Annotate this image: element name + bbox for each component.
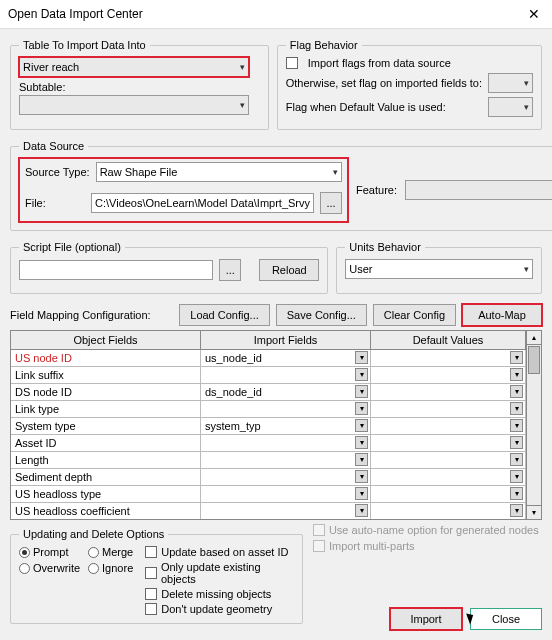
col-import-header[interactable]: Import Fields [201,331,371,349]
default-value-cell[interactable]: ▾ [371,452,526,468]
script-browse-button[interactable]: ... [219,259,241,281]
reload-button[interactable]: Reload [259,259,319,281]
table-select-value: River reach [23,61,79,73]
source-type-select[interactable]: Raw Shape File ▾ [96,162,342,182]
flag-default-label: Flag when Default Value is used: [286,101,482,113]
chevron-down-icon[interactable]: ▾ [510,487,523,500]
default-value-cell[interactable]: ▾ [371,384,526,400]
scroll-down-icon[interactable]: ▾ [527,505,541,519]
chevron-down-icon[interactable]: ▾ [355,419,368,432]
table-row[interactable]: Asset ID▾▾ [11,435,526,452]
import-field-cell[interactable]: ▾ [201,401,371,417]
close-icon[interactable]: ✕ [524,6,544,22]
import-field-cell[interactable]: ds_node_id▾ [201,384,371,400]
import-field-cell[interactable]: ▾ [201,367,371,383]
scroll-up-icon[interactable]: ▴ [527,331,541,345]
group-source: Data Source Source Type: Raw Shape File … [10,140,552,231]
table-row[interactable]: US headloss type▾▾ [11,486,526,503]
chevron-down-icon: ▾ [240,100,245,110]
clear-config-button[interactable]: Clear Config [373,304,456,326]
config-label: Field Mapping Configuration: [10,309,151,321]
chevron-down-icon[interactable]: ▾ [510,402,523,415]
object-field-cell: System type [11,418,201,434]
chevron-down-icon[interactable]: ▾ [355,504,368,517]
import-button[interactable]: Import [390,608,462,630]
chevron-down-icon[interactable]: ▾ [510,504,523,517]
default-value-cell[interactable]: ▾ [371,367,526,383]
default-value-cell[interactable]: ▾ [371,469,526,485]
group-units-label: Units Behavior [345,241,425,253]
table-row[interactable]: Sediment depth▾▾ [11,469,526,486]
chevron-down-icon[interactable]: ▾ [355,453,368,466]
chevron-down-icon[interactable]: ▾ [510,436,523,449]
table-select[interactable]: River reach ▾ [19,57,249,77]
chevron-down-icon[interactable]: ▾ [355,368,368,381]
chk-delete[interactable]: Delete missing objects [145,588,294,600]
opt-merge[interactable]: Merge [88,546,133,558]
chevron-down-icon[interactable]: ▾ [510,368,523,381]
load-config-button[interactable]: Load Config... [179,304,270,326]
file-value: C:\Videos\OneLearn\Model Data\Imprt_Srvy [95,197,310,209]
feature-select[interactable]: ▾ [405,180,552,200]
opt-overwrite[interactable]: Overwrite [19,562,80,574]
chevron-down-icon[interactable]: ▾ [355,487,368,500]
file-input[interactable]: C:\Videos\OneLearn\Model Data\Imprt_Srvy [91,193,314,213]
automap-button[interactable]: Auto-Map [462,304,542,326]
col-object-header[interactable]: Object Fields [11,331,201,349]
script-file-input[interactable] [19,260,213,280]
import-field-cell[interactable]: ▾ [201,469,371,485]
chk-asset[interactable]: Update based on asset ID [145,546,294,558]
dialog-title: Open Data Import Center [8,7,143,21]
import-field-cell[interactable]: ▾ [201,503,371,519]
chevron-down-icon[interactable]: ▾ [510,385,523,398]
chevron-down-icon[interactable]: ▾ [355,436,368,449]
import-field-cell[interactable]: ▾ [201,435,371,451]
close-button[interactable]: Close [470,608,542,630]
default-value-cell[interactable]: ▾ [371,503,526,519]
import-field-cell[interactable]: ▾ [201,486,371,502]
table-row[interactable]: Length▾▾ [11,452,526,469]
opt-ignore[interactable]: Ignore [88,562,133,574]
save-config-button[interactable]: Save Config... [276,304,367,326]
chevron-down-icon[interactable]: ▾ [510,453,523,466]
group-script-label: Script File (optional) [19,241,125,253]
file-label: File: [25,197,85,209]
default-value-cell[interactable]: ▾ [371,486,526,502]
source-type-value: Raw Shape File [100,166,178,178]
chevron-down-icon[interactable]: ▾ [355,402,368,415]
scroll-thumb[interactable] [528,346,540,374]
import-field-cell[interactable]: ▾ [201,452,371,468]
subtable-select[interactable]: ▾ [19,95,249,115]
col-default-header[interactable]: Default Values [371,331,526,349]
opt-prompt[interactable]: Prompt [19,546,80,558]
table-row[interactable]: US headloss coefficient▾▾ [11,503,526,519]
chevron-down-icon[interactable]: ▾ [355,385,368,398]
chevron-down-icon[interactable]: ▾ [355,470,368,483]
group-flag: Flag Behavior Import flags from data sou… [277,39,542,130]
flag-import-checkbox[interactable] [286,57,298,69]
flag-default-select[interactable]: ▾ [488,97,533,117]
flag-otherwise-select[interactable]: ▾ [488,73,533,93]
table-row[interactable]: Link type▾▾ [11,401,526,418]
chevron-down-icon[interactable]: ▾ [510,419,523,432]
chevron-down-icon: ▾ [240,62,245,72]
chevron-down-icon[interactable]: ▾ [510,351,523,364]
table-row[interactable]: DS node IDds_node_id▾▾ [11,384,526,401]
default-value-cell[interactable]: ▾ [371,350,526,366]
chk-existing[interactable]: Only update existing objects [145,561,294,585]
units-select[interactable]: User ▾ [345,259,533,279]
table-row[interactable]: System typesystem_typ▾▾ [11,418,526,435]
table-row[interactable]: US node IDus_node_id▾▾ [11,350,526,367]
import-field-cell[interactable]: system_typ▾ [201,418,371,434]
table-row[interactable]: Link suffix▾▾ [11,367,526,384]
grid-scrollbar[interactable]: ▴ ▾ [526,331,541,519]
default-value-cell[interactable]: ▾ [371,401,526,417]
object-field-cell: Link suffix [11,367,201,383]
file-browse-button[interactable]: ... [320,192,342,214]
default-value-cell[interactable]: ▾ [371,435,526,451]
default-value-cell[interactable]: ▾ [371,418,526,434]
chevron-down-icon[interactable]: ▾ [510,470,523,483]
chevron-down-icon[interactable]: ▾ [355,351,368,364]
chk-geom[interactable]: Don't update geometry [145,603,294,615]
import-field-cell[interactable]: us_node_id▾ [201,350,371,366]
